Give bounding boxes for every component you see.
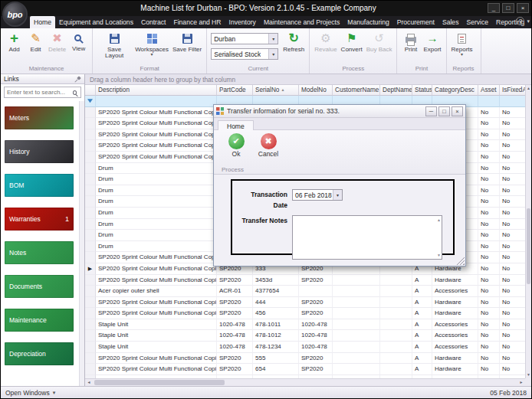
dialog-maximize-button[interactable]: □ (438, 106, 450, 116)
column-header-status[interactable]: Status (412, 85, 432, 96)
tab-home[interactable]: Home (30, 16, 55, 28)
row-indicator (85, 308, 96, 319)
sidebar-item-documents[interactable]: Documents (5, 275, 74, 298)
vertical-scrollbar[interactable]: ▲ ▼ (525, 85, 531, 378)
logo-text: bpo (7, 10, 22, 19)
table-row[interactable]: SP2020 Sprint Colour Multi Functional Co… (85, 297, 525, 309)
table-row[interactable]: Staple Unit1020-478478-12341020-478AAcce… (85, 342, 525, 353)
buy-back-button[interactable]: ↺Buy Back (365, 30, 394, 54)
column-header-modelno[interactable]: ModelNo (299, 85, 333, 96)
horizontal-scroll-thumb[interactable] (94, 380, 225, 385)
open-windows-button[interactable]: Open Windows (5, 389, 50, 397)
chevron-down-icon[interactable]: ▾ (333, 190, 342, 200)
scroll-up-icon[interactable]: ▲ (437, 217, 441, 222)
search-icon (73, 90, 77, 95)
save-layout-button[interactable]: Save Layout (96, 30, 133, 61)
column-header-categorydesc[interactable]: CategoryDesc (432, 85, 478, 96)
help-icon[interactable]: ? (516, 17, 524, 25)
maximize-button[interactable]: □ (502, 3, 514, 13)
table-row[interactable]: Staple Unit1020-478478-10121020-478AAcce… (85, 330, 525, 342)
cancel-button[interactable]: ✖ Cancel (254, 133, 283, 158)
close-button[interactable]: × (517, 3, 529, 13)
sidebar-item-maintenance[interactable]: Maintenance (5, 309, 74, 332)
vertical-scroll-thumb[interactable] (527, 208, 530, 285)
workspaces-button[interactable]: Workspaces▾ (133, 30, 170, 57)
table-row[interactable]: Acer copier outer shellACR-014377654AAcc… (85, 286, 525, 297)
pin-icon[interactable] (74, 76, 81, 83)
search-input[interactable] (5, 89, 71, 96)
table-row[interactable]: SP2020 Sprint Colour Multi Functional Co… (85, 308, 525, 319)
tab-finance-and-hr[interactable]: Finance and HR (169, 16, 225, 28)
dialog-close-button[interactable]: × (452, 106, 463, 116)
tab-manufacturing[interactable]: Manufacturing (343, 16, 392, 28)
export-button[interactable]: →Export (422, 30, 442, 54)
tab-procurement[interactable]: Procurement (393, 16, 438, 28)
combo-serialised-stock[interactable]: Serialised Stock▾ (211, 48, 278, 60)
dialog-minimize-button[interactable]: ─ (425, 106, 437, 116)
table-row[interactable]: SP2020 Sprint Colour Multi Functional Co… (85, 353, 525, 365)
reports-button[interactable]: Reports▾ (450, 30, 475, 57)
scroll-left-icon[interactable]: ◄ (85, 379, 93, 386)
cell-asset: No (478, 140, 500, 152)
dialog-titlebar: Transfer information for serial no. 333.… (214, 105, 465, 118)
chevron-down-icon[interactable]: ▾ (527, 18, 530, 25)
cell-deptname (380, 353, 412, 365)
sidebar-item-bom[interactable]: BOM (5, 174, 74, 197)
cell-deptname (380, 342, 412, 353)
chevron-down-icon[interactable]: ▾ (268, 49, 277, 59)
scroll-up-icon[interactable]: ▲ (526, 85, 531, 92)
save-filter-button[interactable]: Save Filter (171, 30, 203, 54)
chevron-down-icon[interactable]: ▾ (268, 34, 277, 44)
column-header-customername[interactable]: CustomerName (333, 85, 380, 96)
table-row[interactable]: SP2020 Sprint Colour Multi Functional Co… (85, 275, 525, 286)
sidebar-item-warranties[interactable]: Warranties1 (5, 208, 74, 231)
sidebar-item-history[interactable]: History (5, 140, 74, 163)
tab-equipment-and-locations[interactable]: Equipment and Locations (55, 16, 137, 28)
cell-serialno: 3453d (253, 275, 299, 286)
ok-button[interactable]: ✔ Ok (222, 133, 251, 158)
refresh-button[interactable]: ↻Refresh (281, 30, 306, 54)
edit-button[interactable]: ✎Edit (25, 30, 46, 54)
transaction-date-input[interactable]: 06 Feb 2018 ▾ (292, 189, 343, 201)
sidebar-item-notes[interactable]: Notes (5, 241, 74, 264)
dialog-tab-home[interactable]: Home (218, 120, 254, 131)
scroll-down-icon[interactable]: ▼ (526, 371, 531, 378)
column-header-isfixedasset[interactable]: IsFixedAsset (500, 85, 525, 96)
filter-row-indicator (85, 96, 96, 107)
column-header-deptname[interactable]: DeptName (380, 85, 412, 96)
filter-cell-asset[interactable] (478, 96, 500, 107)
transfer-notes-input[interactable]: ▲ ▼ (292, 215, 442, 260)
add-button[interactable]: +Add (4, 30, 25, 54)
tab-sales[interactable]: Sales (438, 16, 463, 28)
tab-inventory[interactable]: Inventory (225, 16, 260, 28)
resize-grip-icon[interactable] (456, 257, 465, 265)
scroll-right-icon[interactable]: ► (517, 379, 525, 386)
chevron-down-icon[interactable]: ▾ (53, 390, 56, 396)
tab-contract[interactable]: Contract (137, 16, 169, 28)
view-button[interactable]: View (68, 30, 89, 53)
chevron-down-icon: ▾ (461, 53, 463, 57)
cell-description: Drum (96, 185, 217, 197)
convert-button[interactable]: ⚑Convert (340, 30, 364, 54)
sidebar-scrollbar[interactable] (79, 101, 84, 386)
filter-cell-description[interactable] (96, 96, 217, 107)
column-header-asset[interactable]: Asset (478, 85, 500, 96)
minimize-button[interactable]: _ (488, 3, 500, 13)
tab-maintenance-and-projects[interactable]: Maintenance and Projects (260, 16, 343, 28)
filter-cell-isfixedasset[interactable] (500, 96, 525, 107)
revalue-button[interactable]: ⚙Revalue (313, 30, 338, 54)
column-header-description[interactable]: Description (96, 85, 217, 96)
sidebar-item-depreciation[interactable]: Depreciation (5, 342, 74, 365)
table-row[interactable]: SP2020 Sprint Colour Multi Functional Co… (85, 364, 525, 375)
group-by-panel[interactable]: Drag a column header here to group by th… (85, 74, 531, 85)
delete-button[interactable]: ✖Delete (47, 30, 67, 54)
sidebar-item-meters[interactable]: Meters (5, 106, 74, 129)
table-row[interactable]: Staple Unit1020-478478-10111020-478AAcce… (85, 319, 525, 331)
combo-durban[interactable]: Durban▾ (211, 33, 278, 44)
horizontal-scrollbar[interactable]: ◄ ► (85, 378, 525, 386)
column-header-partcode[interactable]: PartCode (217, 85, 253, 96)
print-button[interactable]: Print (400, 30, 421, 54)
column-header-serialno[interactable]: SerialNo▲ (253, 85, 299, 96)
tab-service[interactable]: Service (462, 16, 492, 28)
scroll-down-icon[interactable]: ▼ (437, 253, 441, 257)
